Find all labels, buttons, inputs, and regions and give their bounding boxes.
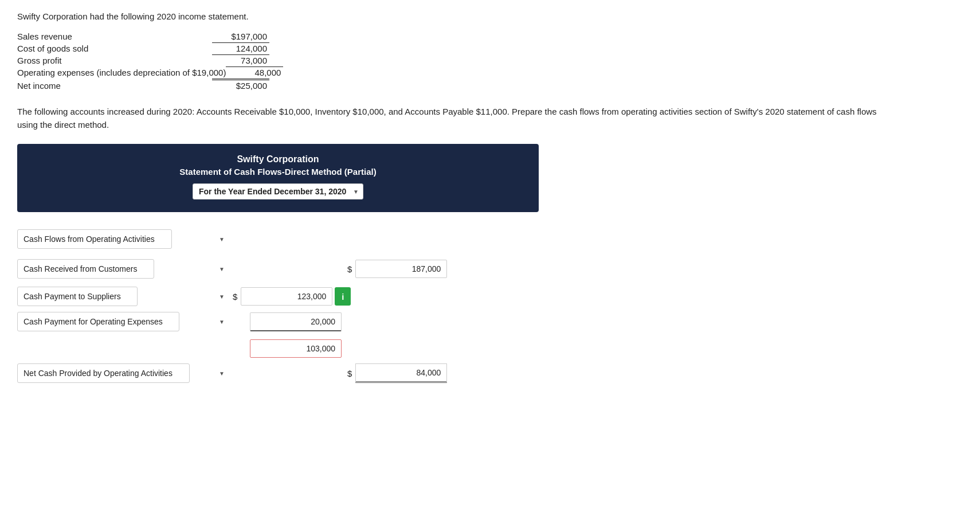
income-label-cogs: Cost of goods sold xyxy=(17,44,212,53)
subtotal-input[interactable] xyxy=(250,339,342,358)
income-value-gross: 73,000 xyxy=(212,54,269,65)
cf-row-operating-activities: Cash Flows from Operating Activities xyxy=(17,229,963,249)
income-row-sales: Sales revenue $197,000 xyxy=(17,32,283,41)
income-label-sales: Sales revenue xyxy=(17,32,212,41)
income-value-net: $25,000 xyxy=(212,79,269,91)
income-row-opex: Operating expenses (includes depreciatio… xyxy=(17,66,283,77)
period-select[interactable]: For the Year Ended December 31, 2020 xyxy=(193,183,363,200)
cf-row-suppliers: Cash Payment to Suppliers $ i xyxy=(17,287,963,306)
income-row-gross: Gross profit 73,000 xyxy=(17,54,283,65)
net-cash-select[interactable]: Net Cash Provided by Operating Activitie… xyxy=(17,363,190,383)
period-select-wrapper[interactable]: For the Year Ended December 31, 2020 xyxy=(193,183,363,200)
net-cash-dropdown-wrapper[interactable]: Net Cash Provided by Operating Activitie… xyxy=(17,363,229,383)
cash-received-select[interactable]: Cash Received from Customers xyxy=(17,259,154,279)
income-label-opex: Operating expenses (includes depreciatio… xyxy=(17,68,226,77)
cash-received-dropdown-wrapper[interactable]: Cash Received from Customers xyxy=(17,259,229,279)
income-row-net: Net income $25,000 xyxy=(17,79,283,91)
income-value-cogs: 124,000 xyxy=(212,42,269,53)
suppliers-dollar: $ xyxy=(233,292,237,302)
suppliers-select[interactable]: Cash Payment to Suppliers xyxy=(17,287,138,306)
cf-row-opex: Cash Payment for Operating Expenses xyxy=(17,312,963,331)
net-cash-input[interactable] xyxy=(355,363,447,383)
income-label-net: Net income xyxy=(17,81,212,91)
intro-text: Swifty Corporation had the following 202… xyxy=(17,11,963,21)
suppliers-dropdown-wrapper[interactable]: Cash Payment to Suppliers xyxy=(17,287,229,306)
cash-received-input[interactable] xyxy=(355,260,447,278)
operating-activities-dropdown-wrapper[interactable]: Cash Flows from Operating Activities xyxy=(17,229,229,249)
operating-activities-select[interactable]: Cash Flows from Operating Activities xyxy=(17,229,172,249)
net-cash-dollar: $ xyxy=(347,369,352,378)
income-label-gross: Gross profit xyxy=(17,56,212,65)
cf-row-net-cash: Net Cash Provided by Operating Activitie… xyxy=(17,363,963,383)
suppliers-info-button[interactable]: i xyxy=(335,287,351,306)
income-statement: Sales revenue $197,000 Cost of goods sol… xyxy=(17,32,283,92)
opex-input[interactable] xyxy=(250,312,342,331)
cash-received-dollar: $ xyxy=(347,264,352,274)
income-value-opex: 48,000 xyxy=(226,66,283,77)
statement-container: Swifty Corporation Statement of Cash Flo… xyxy=(17,144,539,212)
subtotal-row xyxy=(17,339,963,358)
income-row-cogs: Cost of goods sold 124,000 xyxy=(17,42,283,53)
cf-row-cash-received: Cash Received from Customers $ xyxy=(17,259,963,279)
suppliers-input[interactable] xyxy=(241,287,332,306)
description-text: The following accounts increased during … xyxy=(17,105,877,131)
opex-dropdown-wrapper[interactable]: Cash Payment for Operating Expenses xyxy=(17,312,229,331)
cash-flow-form: Cash Flows from Operating Activities Cas… xyxy=(17,229,963,383)
statement-title: Statement of Cash Flows-Direct Method (P… xyxy=(29,167,527,177)
income-value-sales: $197,000 xyxy=(212,32,269,41)
spacer-1 xyxy=(17,331,963,339)
statement-company: Swifty Corporation xyxy=(29,154,527,165)
opex-select[interactable]: Cash Payment for Operating Expenses xyxy=(17,312,179,331)
